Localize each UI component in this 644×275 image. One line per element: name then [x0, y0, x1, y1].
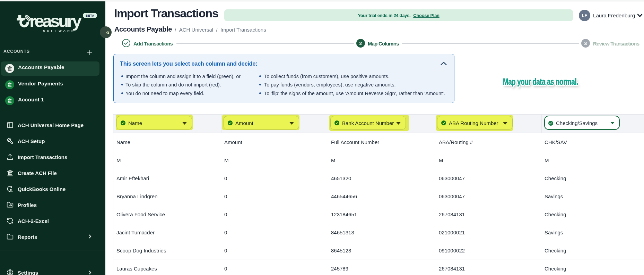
- svg-text:reasury: reasury: [29, 12, 82, 31]
- svg-text:SOFTWARE: SOFTWARE: [43, 29, 75, 33]
